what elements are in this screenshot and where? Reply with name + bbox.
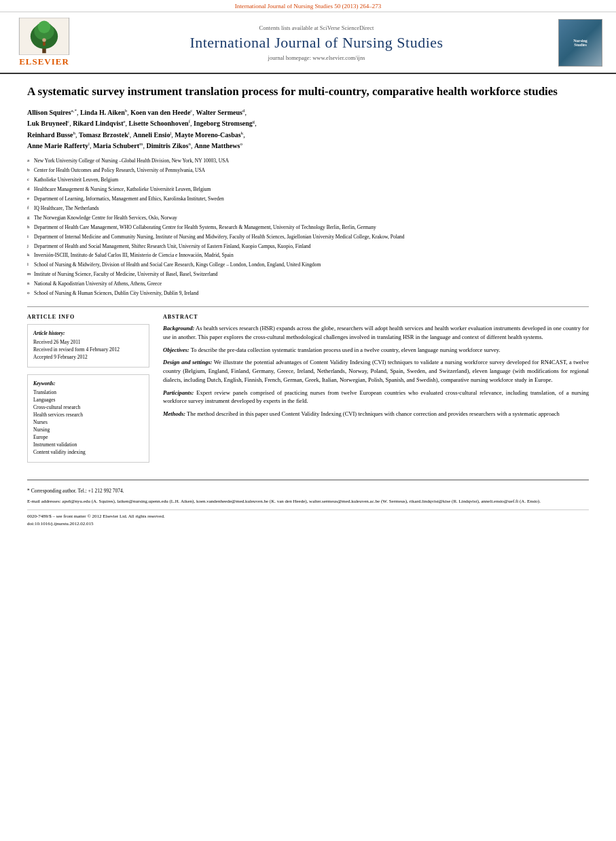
participants-label: Participants: [163, 389, 194, 396]
abstract-background: Background: As health services research … [163, 324, 589, 342]
keyword-4: Health services research [33, 412, 143, 418]
keyword-3: Cross-cultural research [33, 404, 143, 410]
keyword-5: Nurses [33, 419, 143, 425]
abstract-objectives: Objectives: To describe the pre-data col… [163, 346, 589, 355]
revised-date: Received in revised form 4 February 2012 [33, 346, 143, 353]
keyword-6: Nursing [33, 427, 143, 433]
affiliations-block: a New York University College of Nursing… [27, 157, 589, 298]
abstract-participants: Participants: Expert review panels compr… [163, 389, 589, 406]
corresponding-note: * Corresponding author. Tel.: +1 212 992… [27, 487, 589, 495]
design-text: We illustrate the potential advantages o… [163, 359, 589, 383]
contents-available-line: Contents lists available at SciVerse Sci… [88, 24, 545, 31]
journal-cover-image: NursingStudies [558, 19, 602, 67]
affil-a: a New York University College of Nursing… [27, 157, 589, 166]
affil-j: j Department of Health and Social Manage… [27, 243, 589, 251]
keyword-1: Translation [33, 389, 143, 395]
author-zikos: Dimitris Zikos [146, 142, 188, 149]
author-schoonhoven: Lisette Schoonhoven [129, 120, 189, 128]
footer-divider [27, 480, 589, 480]
author-ensio: Anneli Ensio [133, 131, 170, 139]
history-label: Article history: [33, 330, 143, 336]
elsevier-tree-icon [17, 18, 71, 55]
author-schubert: Maria Schubert [93, 142, 139, 149]
article-history-box: Article history: Received 26 May 2011 Re… [27, 324, 149, 368]
affil-m: m Institute of Nursing Science, Faculty … [27, 270, 589, 279]
article-content: A systematic survey instrument translati… [0, 74, 616, 473]
two-column-layout: ARTICLE INFO Article history: Received 2… [27, 314, 589, 463]
keywords-box: Keywords: Translation Languages Cross-cu… [27, 374, 149, 463]
design-label: Design and settings: [163, 359, 212, 365]
accepted-date: Accepted 9 February 2012 [33, 354, 143, 360]
journal-title: International Journal of Nursing Studies [88, 34, 545, 52]
background-label: Background: [163, 325, 194, 332]
page-wrapper: International Journal of Nursing Studies… [0, 0, 616, 841]
abstract-header: ABSTRACT [163, 314, 589, 320]
issn-line: 0020-7489/$ – see front matter © 2012 El… [27, 513, 589, 520]
author-brzostek: Tomasz Brzostek [79, 131, 128, 139]
author-matthews: Anne Matthews [194, 142, 240, 149]
footer-legal: 0020-7489/$ – see front matter © 2012 El… [27, 509, 589, 528]
methods-text: The method described in this paper used … [187, 410, 560, 417]
section-divider [27, 306, 589, 307]
affil-n: n National & Kapodistrian University of … [27, 280, 589, 289]
background-text: As health services research (HSR) expand… [163, 325, 589, 340]
affil-d: d Healthcare Management & Nursing Scienc… [27, 185, 589, 194]
abstract-text-block: Background: As health services research … [163, 324, 589, 418]
cover-label: NursingStudies [572, 37, 589, 48]
keyword-8: Instrument validation [33, 442, 143, 448]
author-moreno: Mayte Moreno-Casbas [175, 131, 240, 139]
journal-homepage: journal homepage: www.elsevier.com/ijns [88, 54, 545, 61]
article-title: A systematic survey instrument translati… [27, 84, 589, 99]
svg-point-5 [42, 38, 46, 42]
keyword-2: Languages [33, 397, 143, 403]
affil-g: g The Norwegian Knowledge Centre for Hea… [27, 214, 589, 223]
journal-citation: International Journal of Nursing Studies… [235, 3, 382, 10]
methods-label: Methods: [163, 410, 185, 417]
keywords-label: Keywords: [33, 380, 143, 387]
right-column: ABSTRACT Background: As health services … [163, 314, 589, 463]
author-lindqvist: Rikard Lindqvist [73, 120, 123, 128]
author-rafferty: Anne Marie Rafferty [27, 142, 88, 149]
affil-o: o School of Nursing & Human Sciences, Du… [27, 289, 589, 298]
corresponding-text: * Corresponding author. Tel.: +1 212 992… [27, 488, 124, 494]
abstract-methods: Methods: The method described in this pa… [163, 410, 589, 418]
author-busse: Reinhard Busse [27, 131, 73, 139]
author-bruyneel: Luk Bruyneel [27, 120, 67, 128]
received-date: Received 26 May 2011 [33, 339, 143, 345]
affil-i: i Department of Internal Medicine and Co… [27, 233, 589, 242]
article-info-header: ARTICLE INFO [27, 314, 149, 320]
affil-h: h Department of Health Care Management, … [27, 223, 589, 232]
author-aiken: Linda H. Aiken [80, 109, 125, 116]
affil-f: f IQ Healthcare, The Netherlands [27, 204, 589, 213]
author-sermeus: Walter Sermeus [196, 109, 242, 116]
left-column: ARTICLE INFO Article history: Received 2… [27, 314, 149, 463]
objectives-label: Objectives: [163, 346, 189, 353]
participants-text: Expert review panels comprised of practi… [163, 389, 589, 405]
svg-rect-6 [43, 42, 46, 46]
affil-l: l School of Nursing & Midwifery, Divisio… [27, 261, 589, 270]
journal-title-block: Contents lists available at SciVerse Sci… [75, 24, 558, 61]
affil-b: b Center for Health Outcomes and Policy … [27, 166, 589, 175]
keyword-9: Content validity indexing [33, 449, 143, 455]
author-heede: Koen van den Heede [130, 109, 190, 116]
affil-k: k Inversión-ISCIII, Instituto de Salud C… [27, 251, 589, 260]
footer: * Corresponding author. Tel.: +1 212 992… [0, 487, 616, 529]
top-bar: International Journal of Nursing Studies… [0, 0, 616, 12]
affil-c: c Katholieke Universiteit Leuven, Belgiu… [27, 176, 589, 185]
email-addresses: E-mail addresses: aps6@nyu.edu (A. Squir… [27, 498, 589, 505]
journal-header: ELSEVIER Contents lists available at Sci… [0, 12, 616, 74]
author-squires: Allison Squires [27, 109, 71, 116]
objectives-text: To describe the pre-data collection syst… [191, 346, 501, 353]
affil-e: e Department of Learning, Informatics, M… [27, 195, 589, 204]
abstract-design: Design and settings: We illustrate the p… [163, 358, 589, 384]
elsevier-brand-text: ELSEVIER [19, 56, 69, 67]
elsevier-logo: ELSEVIER [14, 18, 75, 67]
authors-block: Allison Squiresa,*, Linda H. Aikenb, Koe… [27, 107, 589, 151]
svg-point-4 [38, 21, 50, 33]
author-stromseng: Ingeborg Stromseng [194, 120, 253, 128]
keyword-7: Europe [33, 434, 143, 440]
doi-line: doi:10.1016/j.ijnurstu.2012.02.015 [27, 520, 589, 528]
